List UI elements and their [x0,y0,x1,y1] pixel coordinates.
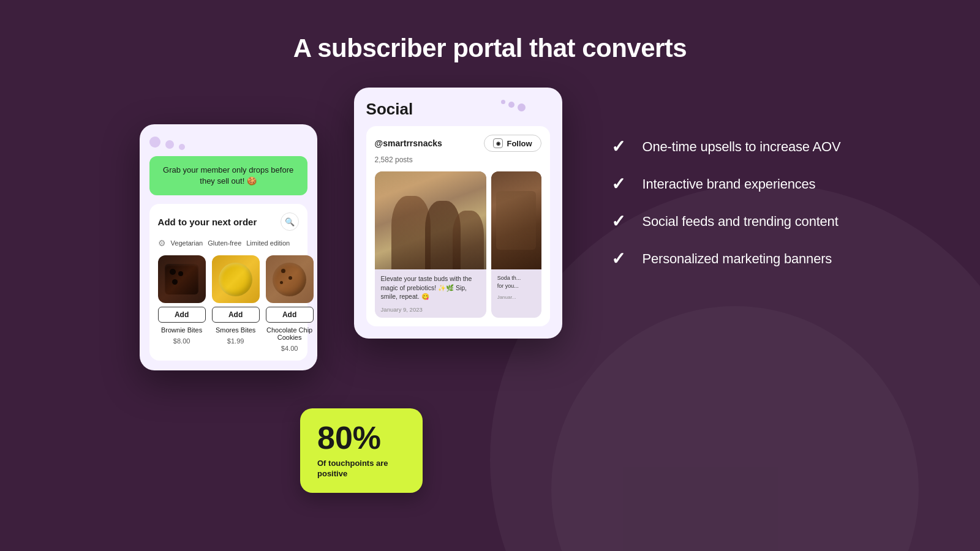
product-item-smores: Add Smores Bites $1.99 [212,255,260,352]
dot-decoration [165,140,174,149]
banner-text: Grab your member only drops before they … [163,165,293,186]
brownie-price: $8.00 [173,337,190,345]
post-image-main [375,171,486,269]
social-content: @smartrrsnacks ◉ Follow 2,582 posts [366,126,550,326]
member-drops-banner: Grab your member only drops before they … [149,156,307,195]
filter-tabs: ⚙ Vegetarian Gluten-free Limited edition [158,238,299,248]
features-list: ✓ One-time upsells to increase AOV ✓ Int… [611,88,841,269]
feature-text-4: Personalized marketing banners [643,251,832,267]
smores-image [212,255,260,303]
brownie-name: Brownie Bites [161,326,202,334]
stats-label: Of touchpoints are positive [317,459,405,479]
product-image-smores [212,255,260,303]
follow-button[interactable]: ◉ Follow [484,135,541,152]
stats-card: 80% Of touchpoints are positive [300,408,423,493]
smores-price: $1.99 [227,337,244,345]
cookies-name: Chocolate Chip Cookies [266,326,314,341]
add-to-order-title: Add to your next order [158,217,257,227]
cookies-image [266,255,314,303]
post-caption-side: Soda th...for you... [491,269,541,294]
feature-item-4: ✓ Personalized marketing banners [611,249,841,269]
search-button[interactable]: 🔍 [281,212,299,231]
add-to-order-header: Add to your next order 🔍 [158,212,299,231]
products-grid: Add Brownie Bites $8.00 Add Smores Bites… [158,255,299,352]
posts-count: 2,582 posts [375,156,541,164]
add-to-order-section: Add to your next order 🔍 ⚙ Vegetarian Gl… [149,204,307,361]
feature-text-3: Social feeds and trending content [643,214,839,230]
checkmark-4: ✓ [611,249,633,269]
filter-vegetarian[interactable]: Vegetarian [171,239,203,247]
social-dot-1 [501,100,505,104]
instagram-header: @smartrrsnacks ◉ Follow [375,135,541,152]
post-caption-main: Elevate your taste buds with the magic o… [375,269,486,306]
add-brownie-button[interactable]: Add [158,307,206,323]
ig-username: @smartrrsnacks [375,138,442,148]
feature-text-2: Interactive brand experiences [643,176,816,192]
right-phone-mockup: Social @smartrrsnacks ◉ Follow 2,582 pos… [354,88,562,339]
filter-icon: ⚙ [158,238,166,248]
product-image-brownie [158,255,206,303]
social-dots-decoration [501,100,526,111]
product-item-brownie: Add Brownie Bites $8.00 [158,255,206,352]
post-date-main: January 9, 2023 [375,306,486,318]
post-date-side: Januar... [491,294,541,305]
product-item-cookies: Add Chocolate Chip Cookies $4.00 [266,255,314,352]
filter-gluten-free[interactable]: Gluten-free [208,239,241,247]
cookies-price: $4.00 [281,345,298,352]
checkmark-3: ✓ [611,211,633,231]
post-card-side: Soda th...for you... Januar... [491,171,541,318]
filter-limited-edition[interactable]: Limited edition [246,239,290,247]
follow-label: Follow [507,139,532,148]
feature-text-1: One-time upsells to increase AOV [643,139,841,155]
stats-number: 80% [317,422,405,454]
post-card-main: Elevate your taste buds with the magic o… [375,171,486,318]
feature-item-3: ✓ Social feeds and trending content [611,211,841,231]
post-image-side [491,171,541,269]
main-content: Grab your member only drops before they … [0,63,980,370]
feature-item-1: ✓ One-time upsells to increase AOV [611,137,841,157]
social-dot-2 [508,102,514,108]
brownie-image [158,255,206,303]
feature-item-2: ✓ Interactive brand experiences [611,174,841,194]
social-dot-3 [518,103,526,111]
instagram-icon: ◉ [493,138,503,148]
posts-grid: Elevate your taste buds with the magic o… [375,171,541,318]
page-title: A subscriber portal that converts [0,0,980,63]
dot-decoration [179,144,185,150]
left-phone-decoration [149,134,307,150]
product-image-cookies [266,255,314,303]
left-phone-mockup: Grab your member only drops before they … [140,124,317,370]
checkmark-1: ✓ [611,137,633,157]
checkmark-2: ✓ [611,174,633,194]
add-cookies-button[interactable]: Add [266,307,314,323]
dot-decoration [149,137,160,148]
add-smores-button[interactable]: Add [212,307,260,323]
smores-name: Smores Bites [216,326,255,334]
